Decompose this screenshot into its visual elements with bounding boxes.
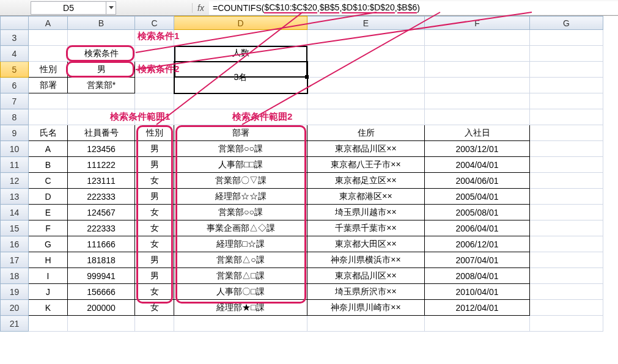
cell-B12[interactable]: 123111 (68, 173, 135, 189)
cell-D13[interactable]: 経理部☆☆課 (174, 189, 307, 205)
cell-C12[interactable]: 女 (135, 173, 174, 189)
cell-G13[interactable] (530, 189, 603, 205)
cell-F15[interactable]: 2006/04/01 (425, 220, 530, 236)
cell-E6[interactable] (307, 78, 425, 93)
cell-E12[interactable]: 東京都足立区×× (307, 173, 425, 189)
cell-B9[interactable]: 社員番号 (68, 125, 135, 141)
cell-A6[interactable]: 部署 (29, 78, 68, 93)
cell-E11[interactable]: 東京都八王子市×× (307, 157, 425, 173)
cell-G4[interactable] (530, 46, 603, 62)
cell-B7[interactable] (68, 93, 135, 109)
row-header-16[interactable]: 16 (1, 236, 29, 252)
cell-D5[interactable]: 3名 (174, 62, 307, 93)
cell-C13[interactable]: 男 (135, 189, 174, 205)
cell-A18[interactable]: I (29, 268, 68, 284)
cell-G15[interactable] (530, 220, 603, 236)
cell-B11[interactable]: 111222 (68, 157, 135, 173)
cell-F18[interactable]: 2008/04/01 (425, 268, 530, 284)
cell-E7[interactable] (307, 93, 425, 109)
row-header-21[interactable]: 21 (1, 316, 29, 332)
cell-E14[interactable]: 埼玉県川越市×× (307, 205, 425, 220)
cell-G17[interactable] (530, 252, 603, 268)
cell-B5[interactable]: 男 (68, 62, 135, 78)
cell-E13[interactable]: 東京都港区×× (307, 189, 425, 205)
col-header-G[interactable]: G (530, 16, 603, 30)
cell-E3[interactable] (307, 30, 425, 46)
cell-E9[interactable]: 住所 (307, 125, 425, 141)
col-header-F[interactable]: F (425, 16, 530, 30)
fx-icon[interactable]: fx (192, 3, 209, 13)
cell-E17[interactable]: 神奈川県横浜市×× (307, 252, 425, 268)
cell-E15[interactable]: 千葉県千葉市×× (307, 220, 425, 236)
cell-D20[interactable]: 経理部★□課 (174, 300, 307, 316)
cell-C7[interactable] (135, 93, 174, 109)
cell-B18[interactable]: 999941 (68, 268, 135, 284)
cell-A10[interactable]: A (29, 141, 68, 157)
cell-A15[interactable]: F (29, 220, 68, 236)
row-header-6[interactable]: 6 (1, 78, 29, 93)
cell-B3[interactable] (68, 30, 135, 46)
cell-C10[interactable]: 男 (135, 141, 174, 157)
cell-A8[interactable] (29, 109, 68, 125)
cell-A13[interactable]: D (29, 189, 68, 205)
cell-F10[interactable]: 2003/12/01 (425, 141, 530, 157)
cell-A19[interactable]: J (29, 284, 68, 300)
row-header-5[interactable]: 5 (1, 62, 29, 78)
cell-E10[interactable]: 東京都品川区×× (307, 141, 425, 157)
cell-E18[interactable]: 東京都品川区×× (307, 268, 425, 284)
cell-C15[interactable]: 女 (135, 220, 174, 236)
cell-D3[interactable] (174, 30, 307, 46)
cell-G14[interactable] (530, 205, 603, 220)
cell-F21[interactable] (425, 316, 530, 332)
row-header-17[interactable]: 17 (1, 252, 29, 268)
row-header-15[interactable]: 15 (1, 220, 29, 236)
cell-B10[interactable]: 123456 (68, 141, 135, 157)
cell-F14[interactable]: 2005/08/01 (425, 205, 530, 220)
cell-G6[interactable] (530, 78, 603, 93)
name-box[interactable]: D5 (31, 1, 116, 15)
cell-A14[interactable]: E (29, 205, 68, 220)
cell-E20[interactable]: 神奈川県川崎市×× (307, 300, 425, 316)
cell-D19[interactable]: 人事部〇□課 (174, 284, 307, 300)
row-header-18[interactable]: 18 (1, 268, 29, 284)
row-header-11[interactable]: 11 (1, 157, 29, 173)
cell-D21[interactable] (174, 316, 307, 332)
cell-B13[interactable]: 222333 (68, 189, 135, 205)
row-header-20[interactable]: 20 (1, 300, 29, 316)
row-header-8[interactable]: 8 (1, 109, 29, 125)
cell-G19[interactable] (530, 284, 603, 300)
cell-F5[interactable] (425, 62, 530, 78)
cell-B20[interactable]: 200000 (68, 300, 135, 316)
cell-A5[interactable]: 性別 (29, 62, 68, 78)
cell-D9[interactable]: 部署 (174, 125, 307, 141)
col-header-E[interactable]: E (307, 16, 425, 30)
cell-F8[interactable] (425, 109, 530, 125)
cell-F6[interactable] (425, 78, 530, 93)
cell-A21[interactable] (29, 316, 68, 332)
cell-E4[interactable] (307, 46, 425, 62)
cell-E8[interactable] (307, 109, 425, 125)
cell-B8[interactable] (68, 109, 135, 125)
cell-D15[interactable]: 事業企画部△◇課 (174, 220, 307, 236)
select-all-corner[interactable] (1, 16, 29, 30)
cell-F20[interactable]: 2012/04/01 (425, 300, 530, 316)
col-header-D[interactable]: D (174, 16, 307, 30)
cell-B14[interactable]: 124567 (68, 205, 135, 220)
cell-C19[interactable]: 女 (135, 284, 174, 300)
cell-F3[interactable] (425, 30, 530, 46)
cell-C6[interactable] (135, 78, 174, 93)
cell-B17[interactable]: 181818 (68, 252, 135, 268)
cell-G21[interactable] (530, 316, 603, 332)
cell-C16[interactable]: 女 (135, 236, 174, 252)
cell-D16[interactable]: 経理部□☆課 (174, 236, 307, 252)
col-header-C[interactable]: C (135, 16, 174, 30)
cell-C9[interactable]: 性別 (135, 125, 174, 141)
cell-D17[interactable]: 営業部△○課 (174, 252, 307, 268)
cell-D12[interactable]: 営業部〇▽課 (174, 173, 307, 189)
cell-D11[interactable]: 人事部□□課 (174, 157, 307, 173)
cell-E21[interactable] (307, 316, 425, 332)
cell-C5[interactable] (135, 62, 174, 78)
cell-F4[interactable] (425, 46, 530, 62)
cell-E16[interactable]: 東京都大田区×× (307, 236, 425, 252)
col-header-B[interactable]: B (68, 16, 135, 30)
